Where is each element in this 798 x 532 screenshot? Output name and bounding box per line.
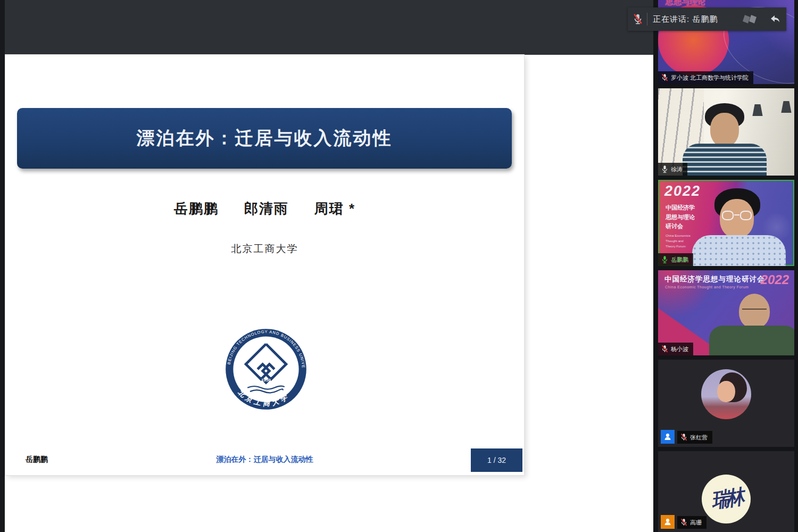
pendant-lamp — [778, 101, 794, 113]
reply-arrow-icon[interactable] — [768, 13, 781, 26]
university-logo: BEIJING TECHNOLOGY AND BUSINESS UNIVERSI… — [224, 327, 308, 411]
person-shirt — [692, 235, 786, 266]
slide-footer: 岳鹏鹏 漂泊在外：迁居与收入流动性 1 / 32 — [5, 448, 524, 475]
speaking-label: 正在讲话: 岳鹏鹏 — [653, 14, 741, 24]
slide-affiliation: 北京工商大学 — [5, 242, 524, 256]
footer-title: 漂泊在外：迁居与收入流动性 — [5, 455, 524, 464]
participant-name-bar: 张红营 — [677, 431, 712, 444]
mic-muted-icon — [633, 13, 643, 25]
mic-speaking-icon — [661, 255, 668, 264]
poster-line-1: 思想与理论 — [666, 0, 713, 7]
avatar-calligraphy-text: 瑞林 — [710, 484, 743, 514]
poster-text-block: 中国经济学 思想与理论 研讨会 — [666, 203, 695, 231]
glasses — [742, 309, 767, 315]
participant-name: 罗小波 北工商数学与统计学院 — [671, 74, 749, 82]
banner-subtitle: China Economic Thought and Theory Forum — [665, 285, 749, 289]
screen-share-left-band — [0, 0, 5, 532]
participant-tile-6[interactable]: 瑞林 — [658, 451, 794, 532]
slide-title: 漂泊在外：迁居与收入流动性 — [137, 126, 393, 151]
slide-title-banner: 漂泊在外：迁居与收入流动性 — [17, 108, 512, 169]
person-green-shirt — [709, 326, 794, 355]
page-indicator: 1 / 32 — [471, 448, 522, 472]
meeting-window: 漂泊在外：迁居与收入流动性 岳鹏鹏 郎清雨 周珺 * 北京工商大学 — [0, 0, 798, 532]
person-striped-shirt — [683, 144, 767, 176]
glasses — [721, 211, 753, 221]
person-face — [710, 113, 739, 147]
logo-year: 1950 — [261, 378, 271, 383]
toolbar-divider — [647, 13, 647, 26]
author-3: 周珺 * — [314, 200, 355, 218]
poster-year: 2022 — [664, 183, 701, 200]
mic-on-icon — [661, 165, 668, 173]
participant-name-bar: 岳鹏鹏 — [658, 253, 693, 266]
person-icon — [663, 518, 672, 526]
participant-name: 高珊 — [690, 519, 702, 527]
participant-name-bar: 罗小波 北工商数学与统计学院 — [658, 71, 753, 84]
participant-name-bar: 徐涛 — [658, 163, 687, 176]
participant-name: 岳鹏鹏 — [671, 256, 688, 264]
author-2: 郎清雨 — [244, 200, 289, 218]
poster-subtitle: China Economics Thought and Theory Forum — [666, 233, 691, 250]
participant-name: 徐涛 — [671, 165, 683, 173]
presentation-slide: 漂泊在外：迁居与收入流动性 岳鹏鹏 郎清雨 周珺 * 北京工商大学 — [5, 55, 524, 475]
participant-name: 杨小波 — [671, 345, 688, 353]
slide-authors: 岳鹏鹏 郎清雨 周珺 * — [5, 200, 524, 218]
active-speaker-toolbar[interactable]: 正在讲话: 岳鹏鹏 — [628, 7, 786, 31]
screen-share-area: 漂泊在外：迁居与收入流动性 岳鹏鹏 郎清雨 周珺 * 北京工商大学 — [0, 0, 653, 532]
user-badge-blue — [661, 430, 675, 444]
raise-hands-icon[interactable] — [741, 13, 765, 26]
participant-tile-2[interactable]: 徐涛 — [658, 88, 794, 176]
user-badge-orange — [661, 515, 675, 529]
author-1: 岳鹏鹏 — [174, 200, 219, 218]
mic-muted-icon — [680, 518, 687, 527]
avatar-photo — [701, 369, 751, 419]
pendant-lamp — [750, 104, 766, 116]
participant-tile-4[interactable]: 中国经济学思想与理论研讨会 2022 China Economic Though… — [658, 270, 794, 355]
screen-share-top-band — [0, 0, 653, 55]
participant-name-bar: 高珊 — [677, 516, 706, 529]
avatar-face — [717, 381, 735, 402]
banner-year: 2022 — [761, 272, 789, 287]
mic-muted-icon — [661, 73, 668, 82]
banner-title: 中国经济学思想与理论研讨会 — [664, 275, 765, 284]
participant-name: 张红营 — [690, 434, 708, 442]
person-icon — [663, 433, 672, 441]
avatar-calligraphy: 瑞林 — [702, 475, 751, 523]
participant-name-bar: 杨小波 — [658, 343, 693, 355]
participant-tile-3-active-speaker[interactable]: 2022 中国经济学 思想与理论 研讨会 China Economics Tho… — [658, 180, 794, 266]
mic-muted-icon — [661, 345, 668, 353]
participant-tile-5[interactable]: 张红营 — [658, 360, 794, 447]
mic-muted-icon — [680, 433, 687, 442]
participants-sidebar: 思想与理论 研讨会 China Economics Thought and Th… — [653, 0, 798, 532]
